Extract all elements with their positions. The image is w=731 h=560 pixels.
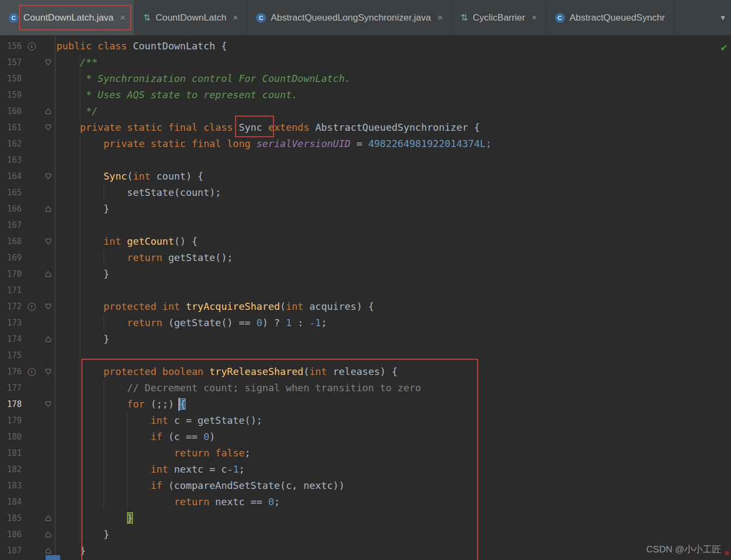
code-line-160[interactable]: 160 */: [0, 103, 731, 119]
library-class-icon: ⇅: [143, 14, 150, 22]
line-number: 166: [0, 201, 22, 217]
code-line-163[interactable]: 163: [0, 152, 731, 168]
code-line-173[interactable]: 173 return (getState() == 0) ? 1 : -1;: [0, 315, 731, 331]
code-line-156[interactable]: 156↓public class CountDownLatch {: [0, 38, 731, 54]
line-number: 170: [0, 266, 22, 282]
tab-label: AbstractQueuedSynchr: [570, 12, 665, 23]
code-text: return getState();: [55, 250, 233, 266]
fold-end-icon[interactable]: [45, 548, 52, 554]
tab-close-icon[interactable]: ×: [532, 13, 537, 22]
tab-label: CountDownLatch: [156, 12, 226, 23]
fold-end-icon[interactable]: [45, 108, 52, 114]
code-line-166[interactable]: 166 }: [0, 201, 731, 217]
line-number: 159: [0, 87, 22, 103]
fold-start-icon[interactable]: [45, 368, 52, 375]
tab-close-icon[interactable]: ×: [437, 13, 443, 22]
editor-tab-5[interactable]: CAbstractQueuedSynchr: [546, 0, 675, 35]
code-text: /**: [55, 54, 98, 71]
code-text: Sync(int count) {: [55, 168, 204, 184]
code-text: public class CountDownLatch {: [55, 38, 227, 54]
code-line-165[interactable]: 165 setState(count);: [0, 184, 731, 201]
overrides-gutter-icon[interactable]: ↑: [28, 368, 36, 376]
code-text: */: [55, 103, 98, 119]
editor-tab-4[interactable]: ⇅CyclicBarrier×: [452, 0, 546, 35]
code-line-167[interactable]: 167: [0, 217, 731, 233]
line-number: 185: [0, 510, 22, 526]
code-line-162[interactable]: 162 private static final long serialVers…: [0, 136, 731, 152]
code-line-161[interactable]: 161 private static final class Sync exte…: [0, 119, 731, 136]
code-line-171[interactable]: 171: [0, 282, 731, 298]
fold-start-icon[interactable]: [45, 303, 52, 310]
ide-window: CCountDownLatch.java×⇅CountDownLatch×CAb…: [0, 0, 731, 560]
fold-end-icon[interactable]: [45, 206, 52, 212]
line-number: 162: [0, 136, 22, 152]
line-number: 158: [0, 71, 22, 87]
code-text: return (getState() == 0) ? 1 : -1;: [55, 315, 327, 331]
line-number: 184: [0, 494, 22, 510]
fold-start-icon[interactable]: [45, 124, 52, 131]
check-icon[interactable]: ✔: [720, 42, 728, 54]
line-number: 167: [0, 217, 22, 233]
overridden-gutter-icon[interactable]: ↓: [28, 42, 36, 50]
java-class-icon: C: [555, 13, 565, 23]
code-line-169[interactable]: 169 return getState();: [0, 250, 731, 266]
watermark-dot: [725, 551, 729, 555]
code-text: }: [55, 201, 110, 217]
gutter-separator: [55, 36, 55, 560]
line-number: 165: [0, 184, 22, 201]
code-line-172[interactable]: 172↑ protected int tryAcquireShared(int …: [0, 298, 731, 315]
line-number: 181: [0, 445, 22, 461]
fold-start-icon[interactable]: [45, 401, 52, 408]
fold-end-icon[interactable]: [45, 515, 52, 521]
code-line-170[interactable]: 170 }: [0, 266, 731, 282]
line-number: 183: [0, 478, 22, 494]
line-number: 175: [0, 347, 22, 364]
code-line-174[interactable]: 174 }: [0, 331, 731, 347]
java-class-icon: C: [256, 13, 266, 23]
fold-end-icon[interactable]: [45, 531, 52, 538]
line-number: 173: [0, 315, 22, 331]
editor-tab-2[interactable]: ⇅CountDownLatch×: [135, 0, 247, 35]
line-number: 180: [0, 429, 22, 445]
code-line-159[interactable]: 159 * Uses AQS state to represent count.: [0, 87, 731, 103]
line-number: 164: [0, 168, 22, 184]
code-text: * Uses AQS state to represent count.: [55, 87, 297, 103]
code-line-168[interactable]: 168 int getCount() {: [0, 233, 731, 250]
line-number: 176: [0, 364, 22, 380]
line-number: 160: [0, 103, 22, 119]
fold-start-icon[interactable]: [45, 238, 52, 245]
code-line-158[interactable]: 158 * Synchronization control For CountD…: [0, 71, 731, 87]
fold-end-icon[interactable]: [45, 271, 52, 277]
fold-end-icon[interactable]: [45, 336, 52, 342]
line-number: 187: [0, 543, 22, 559]
overrides-gutter-icon[interactable]: ↑: [28, 303, 36, 311]
line-number: 177: [0, 380, 22, 396]
line-number: 171: [0, 282, 22, 298]
annotation-box-sync-class-name: [235, 116, 274, 137]
code-text: }: [55, 331, 110, 347]
line-number: 186: [0, 526, 22, 543]
annotation-box-active-tab: [19, 5, 131, 30]
line-number: 179: [0, 412, 22, 429]
tab-label: CyclicBarrier: [473, 12, 525, 23]
code-text: }: [55, 266, 110, 282]
fold-start-icon[interactable]: [45, 59, 52, 66]
line-number: 157: [0, 54, 22, 71]
line-number: 161: [0, 119, 22, 136]
tab-close-icon[interactable]: ×: [233, 13, 238, 22]
line-number: 156: [0, 38, 22, 54]
code-line-164[interactable]: 164 Sync(int count) {: [0, 168, 731, 184]
java-class-icon: C: [9, 13, 18, 23]
line-number: 182: [0, 461, 22, 478]
line-number: 163: [0, 152, 22, 168]
line-number: 169: [0, 250, 22, 266]
chevron-down-icon[interactable]: ▾: [715, 0, 731, 35]
code-line-157[interactable]: 157 /**: [0, 54, 731, 71]
tab-label: AbstractQueuedLongSynchronizer.java: [271, 12, 431, 23]
line-number: 178: [0, 396, 22, 412]
editor-tab-3[interactable]: CAbstractQueuedLongSynchronizer.java×: [247, 0, 452, 35]
line-number: 174: [0, 331, 22, 347]
fold-start-icon[interactable]: [45, 173, 52, 180]
annotation-box-tryReleaseShared-block: [81, 359, 478, 560]
line-number: 172: [0, 298, 22, 315]
